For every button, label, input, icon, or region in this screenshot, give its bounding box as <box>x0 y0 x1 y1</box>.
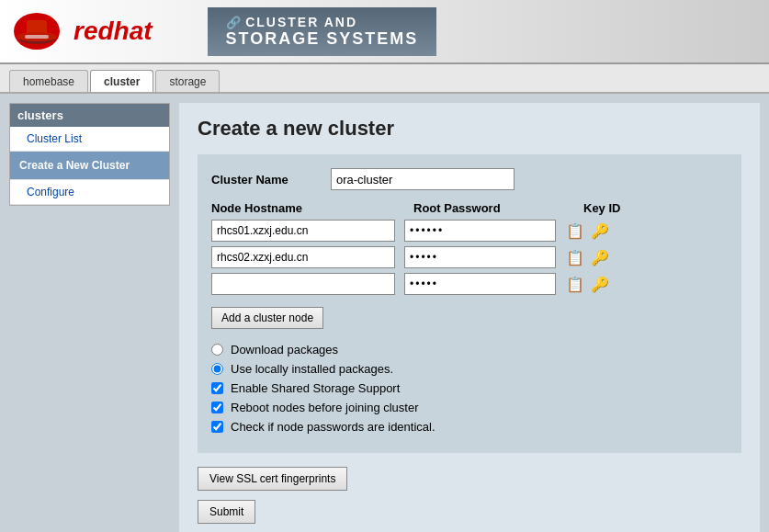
submit-button[interactable]: Submit <box>198 500 255 524</box>
actions-area: View SSL cert fingerprints Submit <box>198 467 741 524</box>
sidebar-item-create-new-cluster[interactable]: Create a New Cluster <box>10 152 169 180</box>
node-table-header: Node Hostname Root Password Key ID <box>211 201 728 215</box>
option-shared-storage: Enable Shared Storage Support <box>211 381 728 395</box>
checkbox-reboot-nodes[interactable] <box>211 402 223 413</box>
sidebar-item-cluster-list[interactable]: Cluster List <box>10 127 169 152</box>
col-hostname-label: Node Hostname <box>211 201 404 215</box>
node-row-3: 📋 🔑 <box>211 273 728 295</box>
copy-icon-3[interactable]: 📋 <box>565 274 585 294</box>
label-reboot-nodes: Reboot nodes before joining cluster <box>231 401 419 414</box>
node-row-1: 📋 🔑 <box>211 220 728 242</box>
key-icon-1[interactable]: 🔑 <box>590 221 610 241</box>
node-icons-1: 📋 🔑 <box>565 221 610 241</box>
node-hostname-input-3[interactable] <box>211 273 395 295</box>
option-download-pkg: Download packages <box>211 343 728 357</box>
option-reboot-nodes: Reboot nodes before joining cluster <box>211 401 728 414</box>
product-banner: 🔗 CLUSTER AND STORAGE SYSTEMS <box>208 7 437 56</box>
col-keyid-label: Key ID <box>583 201 657 215</box>
tab-cluster[interactable]: cluster <box>90 70 153 92</box>
label-download-packages: Download packages <box>231 343 338 357</box>
cluster-name-label: Cluster Name <box>211 173 322 187</box>
add-node-button[interactable]: Add a cluster node <box>211 307 323 329</box>
copy-icon-2[interactable]: 📋 <box>565 247 585 267</box>
node-icons-3: 📋 🔑 <box>565 274 610 294</box>
svg-point-6 <box>17 32 57 41</box>
ssl-fingerprints-button[interactable]: View SSL cert fingerprints <box>198 467 347 491</box>
cluster-name-row: Cluster Name <box>211 168 728 190</box>
tab-storage[interactable]: storage <box>155 70 220 92</box>
redhat-wordmark: redhat <box>74 17 153 46</box>
node-hostname-input-1[interactable] <box>211 220 395 242</box>
option-check-passwords: Check if node passwords are identical. <box>211 420 728 434</box>
label-shared-storage: Enable Shared Storage Support <box>231 381 400 395</box>
checkbox-check-passwords[interactable] <box>211 421 223 433</box>
radio-local-packages[interactable] <box>211 363 223 375</box>
copy-icon-1[interactable]: 📋 <box>565 221 585 241</box>
content-area: Create a new cluster Cluster Name Node H… <box>179 103 760 532</box>
nav-tabs: homebase cluster storage <box>0 64 769 94</box>
product-line2: STORAGE SYSTEMS <box>226 29 419 49</box>
node-hostname-input-2[interactable] <box>211 246 395 268</box>
node-password-input-2[interactable] <box>404 246 556 268</box>
node-password-input-3[interactable] <box>404 273 556 295</box>
sidebar: clusters Cluster List Create a New Clust… <box>9 103 170 206</box>
main-layout: clusters Cluster List Create a New Clust… <box>0 94 769 532</box>
product-line1: 🔗 CLUSTER AND <box>226 15 357 29</box>
radio-download-packages[interactable] <box>211 344 223 356</box>
key-icon-2[interactable]: 🔑 <box>590 247 610 267</box>
page-header: redhat 🔗 CLUSTER AND STORAGE SYSTEMS <box>0 0 769 64</box>
option-local-pkg: Use locally installed packages. <box>211 362 728 376</box>
col-password-label: Root Password <box>413 201 574 215</box>
label-local-packages: Use locally installed packages. <box>231 362 393 376</box>
tab-homebase[interactable]: homebase <box>9 70 88 92</box>
node-row-2: 📋 🔑 <box>211 246 728 268</box>
redhat-logo <box>9 8 64 54</box>
label-check-passwords: Check if node passwords are identical. <box>231 420 435 434</box>
node-password-input-1[interactable] <box>404 220 556 242</box>
sidebar-title: clusters <box>10 104 169 127</box>
sidebar-item-configure[interactable]: Configure <box>10 180 169 205</box>
form-area: Cluster Name Node Hostname Root Password… <box>198 154 741 453</box>
checkbox-shared-storage[interactable] <box>211 382 223 394</box>
page-title: Create a new cluster <box>198 117 741 141</box>
cluster-name-input[interactable] <box>331 168 515 190</box>
node-icons-2: 📋 🔑 <box>565 247 610 267</box>
logo-area: redhat <box>9 8 153 54</box>
key-icon-3[interactable]: 🔑 <box>590 274 610 294</box>
